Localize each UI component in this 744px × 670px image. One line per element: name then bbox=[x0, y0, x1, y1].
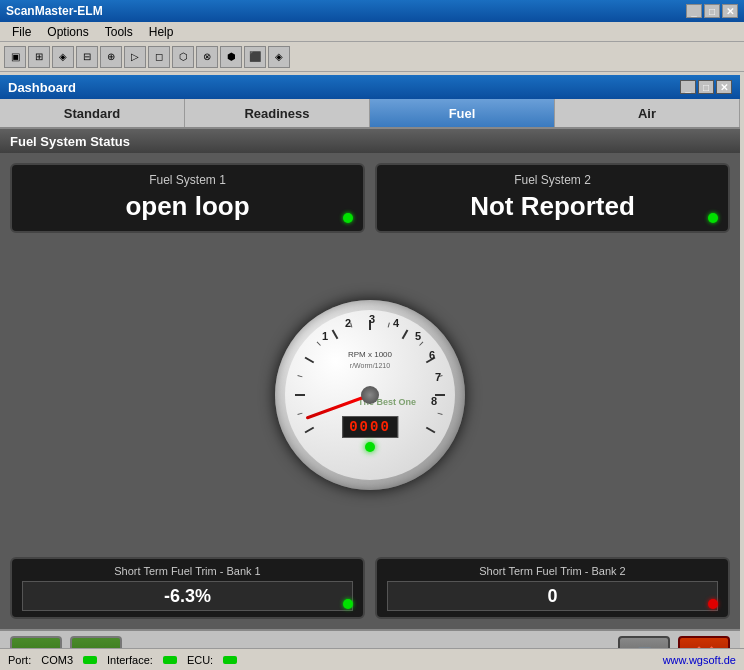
menu-tools[interactable]: Tools bbox=[97, 23, 141, 41]
toolbar-btn-12[interactable]: ◈ bbox=[268, 46, 290, 68]
section-header: Fuel System Status bbox=[0, 129, 740, 153]
tab-fuel[interactable]: Fuel bbox=[370, 99, 555, 127]
gauge-inner-face: 1 2 3 4 5 6 7 8 RPM bbox=[285, 310, 455, 480]
port-label: Port: bbox=[8, 654, 31, 666]
svg-text:8: 8 bbox=[431, 395, 437, 407]
fuel-system-1-indicator bbox=[343, 213, 353, 223]
toolbar-btn-3[interactable]: ◈ bbox=[52, 46, 74, 68]
svg-text:1: 1 bbox=[322, 330, 328, 342]
toolbar-btn-11[interactable]: ⬛ bbox=[244, 46, 266, 68]
tabs-container: Standard Readiness Fuel Air bbox=[0, 99, 740, 129]
inner-maximize-btn[interactable]: □ bbox=[698, 80, 714, 94]
svg-text:RPM x 1000: RPM x 1000 bbox=[348, 350, 393, 359]
toolbar-btn-2[interactable]: ⊞ bbox=[28, 46, 50, 68]
fuel-trim-row: Short Term Fuel Trim - Bank 1 -6.3% Shor… bbox=[10, 557, 730, 619]
fuel-trim-bank2-title: Short Term Fuel Trim - Bank 2 bbox=[479, 565, 626, 577]
gauge-center-hub bbox=[361, 386, 379, 404]
svg-line-3 bbox=[333, 330, 338, 339]
ecu-led bbox=[223, 656, 237, 664]
toolbar-btn-4[interactable]: ⊟ bbox=[76, 46, 98, 68]
outer-title-bar: ScanMaster-ELM _ □ ✕ bbox=[0, 0, 744, 22]
svg-line-8 bbox=[426, 428, 435, 433]
section-header-text: Fuel System Status bbox=[10, 134, 130, 149]
fuel-system-2-value: Not Reported bbox=[470, 191, 635, 222]
gauge-area: 1 2 3 4 5 6 7 8 RPM bbox=[10, 243, 730, 547]
svg-text:2: 2 bbox=[345, 317, 351, 329]
content-area: Fuel System 1 open loop Fuel System 2 No… bbox=[0, 153, 740, 629]
website-link[interactable]: www.wgsoft.de bbox=[663, 654, 736, 666]
svg-text:3: 3 bbox=[369, 313, 375, 325]
fuel-trim-bank1-title: Short Term Fuel Trim - Bank 1 bbox=[114, 565, 261, 577]
toolbar-btn-8[interactable]: ⬡ bbox=[172, 46, 194, 68]
outer-window: ScanMaster-ELM _ □ ✕ File Options Tools … bbox=[0, 0, 744, 670]
fuel-trim-bank1-value-box: -6.3% bbox=[22, 581, 353, 611]
svg-text:6: 6 bbox=[429, 349, 435, 361]
rpm-gauge: 1 2 3 4 5 6 7 8 RPM bbox=[275, 300, 465, 490]
inner-close-btn[interactable]: ✕ bbox=[716, 80, 732, 94]
fuel-system-2-title: Fuel System 2 bbox=[514, 173, 591, 187]
inner-minimize-btn[interactable]: _ bbox=[680, 80, 696, 94]
svg-line-5 bbox=[403, 330, 408, 339]
outer-minimize-btn[interactable]: _ bbox=[686, 4, 702, 18]
fuel-system-1-panel: Fuel System 1 open loop bbox=[10, 163, 365, 233]
outer-title-text: ScanMaster-ELM bbox=[6, 4, 684, 18]
fuel-trim-bank2-panel: Short Term Fuel Trim - Bank 2 0 bbox=[375, 557, 730, 619]
svg-line-9 bbox=[298, 413, 303, 414]
interface-label: Interface: bbox=[107, 654, 153, 666]
svg-line-13 bbox=[388, 323, 389, 328]
fuel-trim-bank1-value: -6.3% bbox=[164, 586, 211, 607]
svg-text:5: 5 bbox=[415, 330, 421, 342]
menu-options[interactable]: Options bbox=[39, 23, 96, 41]
fuel-trim-bank2-value: 0 bbox=[547, 586, 557, 607]
svg-text:4: 4 bbox=[393, 317, 400, 329]
toolbar-btn-10[interactable]: ⬢ bbox=[220, 46, 242, 68]
menu-bar: File Options Tools Help bbox=[0, 22, 744, 42]
svg-text:r/Worm/1210: r/Worm/1210 bbox=[350, 362, 390, 369]
fuel-trim-bank2-indicator bbox=[708, 599, 718, 609]
svg-line-14 bbox=[419, 342, 423, 346]
fuel-system-1-value: open loop bbox=[125, 191, 249, 222]
fuel-trim-bank2-value-box: 0 bbox=[387, 581, 718, 611]
fuel-trim-bank1-indicator bbox=[343, 599, 353, 609]
fuel-system-1-title: Fuel System 1 bbox=[149, 173, 226, 187]
menu-help[interactable]: Help bbox=[141, 23, 182, 41]
toolbar-btn-1[interactable]: ▣ bbox=[4, 46, 26, 68]
inner-title-text: Dashboard bbox=[8, 80, 678, 95]
toolbar-btn-7[interactable]: ◻ bbox=[148, 46, 170, 68]
svg-line-2 bbox=[305, 358, 314, 363]
svg-line-0 bbox=[305, 428, 314, 433]
menu-file[interactable]: File bbox=[4, 23, 39, 41]
svg-line-16 bbox=[438, 413, 443, 414]
fuel-system-2-panel: Fuel System 2 Not Reported bbox=[375, 163, 730, 233]
interface-led bbox=[163, 656, 177, 664]
toolbar-btn-9[interactable]: ⊗ bbox=[196, 46, 218, 68]
gauge-digital-display: 0000 bbox=[342, 416, 398, 438]
status-bar: Port: COM3 Interface: ECU: www.wgsoft.de bbox=[0, 648, 744, 670]
toolbar: ▣ ⊞ ◈ ⊟ ⊕ ▷ ◻ ⬡ ⊗ ⬢ ⬛ ◈ bbox=[0, 42, 744, 72]
svg-line-10 bbox=[298, 376, 303, 377]
tab-air[interactable]: Air bbox=[555, 99, 740, 127]
inner-title-bar: Dashboard _ □ ✕ bbox=[0, 75, 740, 99]
fuel-trim-bank1-panel: Short Term Fuel Trim - Bank 1 -6.3% bbox=[10, 557, 365, 619]
tab-standard[interactable]: Standard bbox=[0, 99, 185, 127]
fuel-system-2-indicator bbox=[708, 213, 718, 223]
tab-readiness[interactable]: Readiness bbox=[185, 99, 370, 127]
port-name: COM3 bbox=[41, 654, 73, 666]
gauge-status-dot bbox=[365, 442, 375, 452]
svg-line-11 bbox=[317, 342, 321, 346]
port-led bbox=[83, 656, 97, 664]
toolbar-btn-5[interactable]: ⊕ bbox=[100, 46, 122, 68]
inner-window: Dashboard _ □ ✕ Standard Readiness Fuel … bbox=[0, 75, 740, 655]
ecu-label: ECU: bbox=[187, 654, 213, 666]
toolbar-btn-6[interactable]: ▷ bbox=[124, 46, 146, 68]
gauge-outer-ring: 1 2 3 4 5 6 7 8 RPM bbox=[275, 300, 465, 490]
main-content: Fuel System 1 open loop Fuel System 2 No… bbox=[0, 153, 740, 670]
outer-close-btn[interactable]: ✕ bbox=[722, 4, 738, 18]
outer-maximize-btn[interactable]: □ bbox=[704, 4, 720, 18]
svg-text:7: 7 bbox=[435, 371, 441, 383]
fuel-systems-row: Fuel System 1 open loop Fuel System 2 No… bbox=[10, 163, 730, 233]
